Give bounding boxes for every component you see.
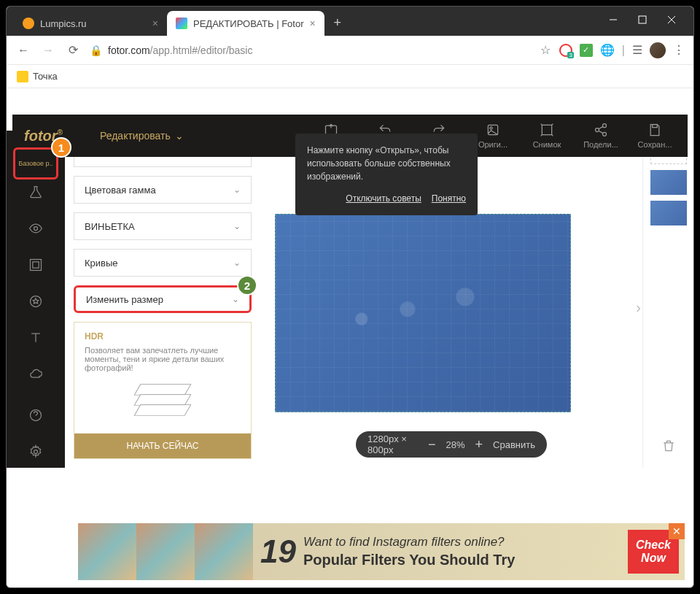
action-share[interactable]: Подели... [577,123,625,149]
star-icon [28,294,43,309]
tab-title: РЕДАКТИРОВАТЬ | Fotor [193,18,303,29]
edit-mode-label: Редактировать [100,130,171,142]
nav-reload-button[interactable]: ⟳ [65,43,81,57]
tooltip-ok-link[interactable]: Понятно [432,192,466,205]
bookmark-star-icon[interactable]: ☆ [540,43,551,57]
tab-title: Lumpics.ru [40,18,87,29]
canvas-image[interactable] [275,214,571,412]
sidebar-effect-button[interactable] [14,176,58,208]
panel-vignette-row[interactable]: ВИНЬЕТКА⌄ [74,212,252,240]
url-domain: fotor.com [108,45,150,56]
profile-avatar[interactable] [650,42,666,58]
ad-number: 19 [260,533,296,570]
chevron-down-icon: ⌄ [233,221,241,231]
image-strip: + [642,131,693,468]
new-tab-button[interactable]: + [327,12,348,33]
thumbnail-2[interactable] [650,201,687,225]
options-panel: Тон⌄ Цветовая гамма⌄ ВИНЬЕТКА⌄ Кривые⌄ И… [65,131,260,468]
ad-image [78,523,136,580]
trash-button[interactable] [661,439,676,456]
bookmarks-bar: Точка [7,65,693,88]
url-path: /app.html#/editor/basic [150,45,253,56]
browser-tab-lumpics[interactable]: Lumpics.ru × [14,11,167,36]
flask-icon [28,185,43,199]
text-icon [28,331,43,345]
svg-rect-7 [542,125,551,134]
ad-image [195,523,253,580]
action-save[interactable]: Сохран... [631,123,679,149]
next-image-button[interactable]: › [636,299,641,316]
svg-point-9 [596,128,599,132]
compare-button[interactable]: Сравнить [493,439,535,450]
url-input[interactable]: 🔒 fotor.com/app.html#/editor/basic [90,45,532,56]
gear-icon [28,444,43,459]
sidebar-help-button[interactable] [14,399,58,431]
svg-rect-11 [653,125,658,128]
zoom-out-button[interactable]: − [428,437,436,452]
extension-opera-icon[interactable] [559,44,572,57]
address-bar: ← → ⟳ 🔒 fotor.com/app.html#/editor/basic… [7,36,693,65]
left-toolbar: Базовое р.. [7,131,65,468]
ad-image [136,523,195,580]
ad-text: Want to find Instagram filters online? P… [303,534,628,569]
extension-globe-icon[interactable]: 🌐 [600,43,615,57]
tab-close-icon[interactable]: × [309,18,315,29]
zoom-toolbar: 1280px × 800px − 28% + Сравнить [356,431,547,458]
help-icon [28,408,43,423]
window-close-button[interactable] [657,7,686,33]
sidebar-beauty-button[interactable] [14,212,58,244]
svg-rect-20 [33,262,39,268]
zoom-in-button[interactable]: + [475,437,483,452]
annotation-marker-2: 2 [237,275,257,296]
action-snapshot[interactable]: Снимок [523,123,571,149]
tab-close-icon[interactable]: × [152,18,158,29]
tooltip-disable-link[interactable]: Отключить советы [346,192,421,205]
zoom-percent: 28% [446,439,465,450]
bookmark-folder-icon [17,71,28,82]
window-maximize-button[interactable] [628,7,657,33]
hdr-title: HDR [85,331,241,342]
window-minimize-button[interactable] [599,7,628,33]
window-titlebar [591,7,693,33]
favicon-icon [23,18,34,29]
ad-close-button[interactable]: ✕ [669,523,685,539]
extension-check-icon[interactable]: ✓ [580,44,593,57]
sidebar-label: Базовое р.. [18,160,52,167]
sidebar-frame-button[interactable] [14,249,58,281]
sidebar-text-button[interactable] [14,322,58,354]
tooltip-text: Нажмите кнопку «Открыть», чтобы использо… [307,144,466,183]
thumbnail-1[interactable] [650,170,687,195]
nav-forward-button[interactable]: → [40,44,56,57]
favicon-icon [176,18,187,29]
lock-icon: 🔒 [90,45,102,56]
hdr-start-button[interactable]: НАЧАТЬ СЕЙЧАС [74,433,251,458]
svg-point-8 [603,124,607,128]
hdr-description: Позволяет вам запечатлеть лучшие моменты… [85,346,241,372]
sidebar-settings-button[interactable] [14,436,58,468]
svg-point-6 [490,127,492,129]
hint-tooltip: Нажмите кнопку «Открыть», чтобы использо… [295,134,478,215]
browser-menu-icon[interactable]: ⋮ [673,43,685,57]
browser-tabstrip: Lumpics.ru × РЕДАКТИРОВАТЬ | Fotor × + [7,7,693,36]
sidebar-sticker-button[interactable] [14,285,58,317]
edit-mode-dropdown[interactable]: Редактировать ⌄ [100,130,184,142]
hdr-promo-card: HDR Позволяет вам запечатлеть лучшие мом… [74,322,252,459]
reading-list-icon[interactable]: ☰ [632,43,642,57]
chevron-down-icon: ⌄ [233,185,241,195]
panel-color-row[interactable]: Цветовая гамма⌄ [74,176,252,204]
extensions-area: ✓ 🌐 | ☰ ⋮ [559,42,685,58]
browser-tab-fotor[interactable]: РЕДАКТИРОВАТЬ | Fotor × [167,11,324,36]
svg-point-18 [34,227,38,231]
chevron-down-icon: ⌄ [232,294,239,304]
svg-rect-1 [639,16,646,23]
chevron-down-icon: ⌄ [175,130,184,142]
panel-resize-row[interactable]: Изменить размер⌄ [74,285,252,313]
canvas-area[interactable]: Нажмите кнопку «Открыть», чтобы использо… [260,131,642,468]
bookmark-item[interactable]: Точка [33,71,58,82]
ad-banner[interactable]: 19 Want to find Instagram filters online… [78,523,685,580]
panel-curves-row[interactable]: Кривые⌄ [74,249,252,277]
chevron-down-icon: ⌄ [233,258,241,268]
nav-back-button[interactable]: ← [15,44,31,57]
annotation-marker-1: 1 [51,137,71,158]
sidebar-cloud-button[interactable] [14,358,58,390]
